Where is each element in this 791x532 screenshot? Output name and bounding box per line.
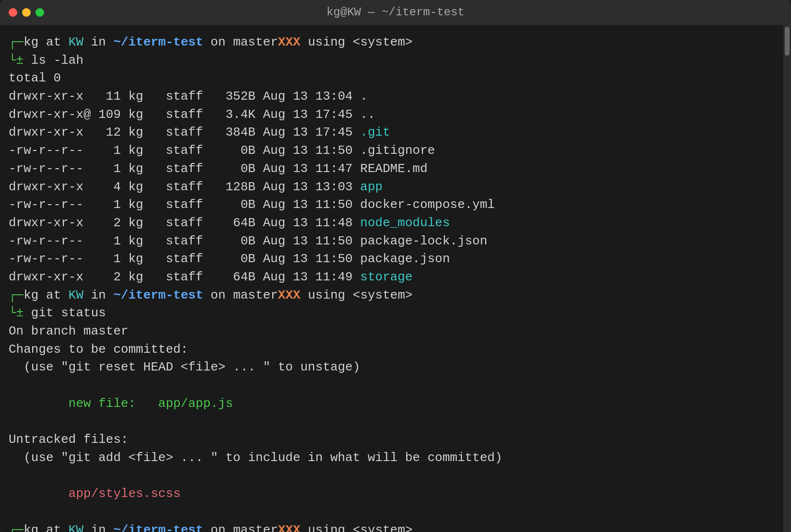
ls-row-dot: drwxr-xr-x 11 kg staff 352B Aug 13 13:04… <box>9 88 779 106</box>
terminal-body[interactable]: ┌─kg at KW in ~/iterm-test on masterXXX … <box>0 25 791 532</box>
scrollbar[interactable] <box>783 25 791 532</box>
maximize-button[interactable] <box>35 8 44 17</box>
git-changes-header: Changes to be committed: <box>9 341 779 359</box>
output-total: total 0 <box>9 69 779 88</box>
prompt-line-2: ┌─kg at KW in ~/iterm-test on masterXXX … <box>9 287 779 305</box>
scrollbar-thumb[interactable] <box>785 27 790 56</box>
ls-row-docker: -rw-r--r-- 1 kg staff 0B Aug 13 11:50 do… <box>9 196 779 214</box>
command-git-status: └± git status <box>9 304 779 323</box>
git-untracked-file: app/styles.scss <box>9 485 779 503</box>
prompt-line-3: ┌─kg at KW in ~/iterm-test on masterXXX … <box>9 521 779 532</box>
git-branch: On branch master <box>9 323 779 341</box>
git-blank-3 <box>9 467 779 486</box>
ls-row-package: -rw-r--r-- 1 kg staff 0B Aug 13 11:50 pa… <box>9 250 779 268</box>
ls-row-storage: drwxr-xr-x 2 kg staff 64B Aug 13 11:49 s… <box>9 268 779 287</box>
git-blank-4 <box>9 503 779 521</box>
ls-row-app: drwxr-xr-x 4 kg staff 128B Aug 13 13:03 … <box>9 178 779 197</box>
ls-row-readme: -rw-r--r-- 1 kg staff 0B Aug 13 11:47 RE… <box>9 160 779 178</box>
close-button[interactable] <box>9 8 17 17</box>
git-include-hint: (use "git add <file> ... " to include in… <box>9 449 779 467</box>
traffic-lights <box>9 8 44 17</box>
git-blank-1 <box>9 377 779 395</box>
window-title: kg@KW — ~/iterm-test <box>326 4 465 21</box>
ls-row-git: drwxr-xr-x 12 kg staff 384B Aug 13 17:45… <box>9 124 779 142</box>
terminal-window: kg@KW — ~/iterm-test ┌─kg at KW in ~/ite… <box>0 0 791 532</box>
titlebar: kg@KW — ~/iterm-test <box>0 0 791 25</box>
ls-row-gitignore: -rw-r--r-- 1 kg staff 0B Aug 13 11:50 .g… <box>9 142 779 160</box>
git-blank-2 <box>9 413 779 431</box>
ls-row-dotdot: drwxr-xr-x@ 109 kg staff 3.4K Aug 13 17:… <box>9 106 779 124</box>
ls-row-nodemodules: drwxr-xr-x 2 kg staff 64B Aug 13 11:48 n… <box>9 214 779 232</box>
git-new-file: new file: app/app.js <box>9 395 779 413</box>
minimize-button[interactable] <box>22 8 31 17</box>
git-untracked-header: Untracked files: <box>9 431 779 449</box>
command-ls: └± ls -lah <box>9 52 779 70</box>
git-unstage-hint: (use "git reset HEAD <file> ... " to uns… <box>9 359 779 377</box>
ls-row-packagelock: -rw-r--r-- 1 kg staff 0B Aug 13 11:50 pa… <box>9 232 779 251</box>
prompt-line-1: ┌─kg at KW in ~/iterm-test on masterXXX … <box>9 34 779 52</box>
